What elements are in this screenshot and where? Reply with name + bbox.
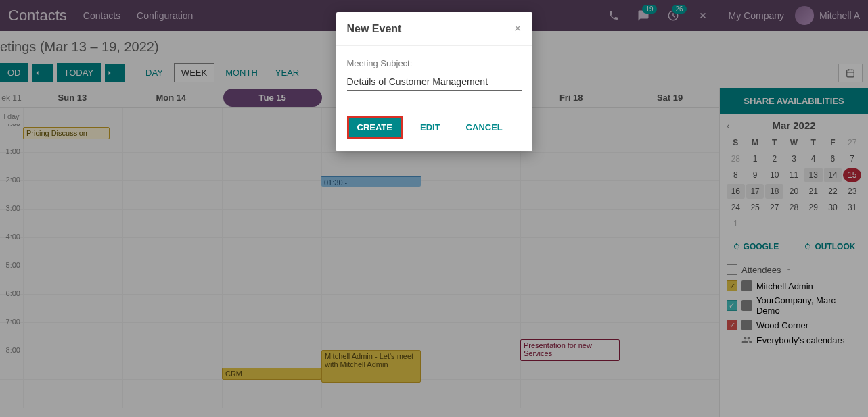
new-event-modal: New Event × Meeting Subject: CREATE EDIT… <box>336 12 532 151</box>
modal-close-button[interactable]: × <box>514 22 522 36</box>
edit-button[interactable]: EDIT <box>412 118 449 137</box>
create-button[interactable]: CREATE <box>347 116 403 139</box>
meeting-subject-input[interactable] <box>347 74 522 91</box>
modal-title: New Event <box>347 23 402 35</box>
cancel-button[interactable]: CANCEL <box>458 118 511 137</box>
meeting-subject-label: Meeting Subject: <box>347 58 522 68</box>
modal-overlay[interactable]: New Event × Meeting Subject: CREATE EDIT… <box>0 0 868 417</box>
